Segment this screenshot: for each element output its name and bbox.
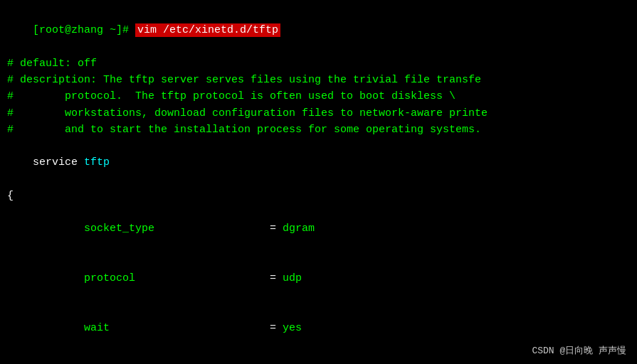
param-socket-type: socket_type = dgram <box>7 204 630 254</box>
csdn-credit: CSDN @日向晚 声声慢 <box>532 344 626 357</box>
eq-1: = <box>270 223 283 235</box>
service-keyword: service <box>33 156 84 168</box>
comment-line-1: # default: off <box>7 55 630 72</box>
eq-2: = <box>270 272 283 284</box>
prompt-line: [root@zhang ~]# vim /etc/xinetd.d/tftp <box>7 6 630 55</box>
param-protocol: protocol = udp <box>7 254 630 304</box>
key-wait: wait <box>33 322 270 334</box>
key-socket-type: socket_type <box>33 223 270 235</box>
key-protocol: protocol <box>33 272 270 284</box>
comment-line-3: # protocol. The tftp protocol is often u… <box>7 88 630 105</box>
terminal: [root@zhang ~]# vim /etc/xinetd.d/tftp #… <box>0 0 637 364</box>
service-name: tftp <box>84 156 110 168</box>
val-protocol: udp <box>283 272 302 284</box>
brace-open: { <box>7 188 630 204</box>
service-line: service tftp <box>7 138 630 188</box>
comment-line-2: # description: The tftp server serves fi… <box>7 72 630 88</box>
command-highlight: vim /etc/xinetd.d/tftp <box>135 23 280 37</box>
val-wait: yes <box>283 322 302 334</box>
comment-line-4: # workstations, download configuration f… <box>7 105 630 122</box>
val-socket-type: dgram <box>283 223 315 235</box>
prompt-text: [root@zhang ~]# <box>33 24 135 36</box>
comment-line-5: # and to start the installation process … <box>7 122 630 138</box>
eq-3: = <box>270 322 283 334</box>
